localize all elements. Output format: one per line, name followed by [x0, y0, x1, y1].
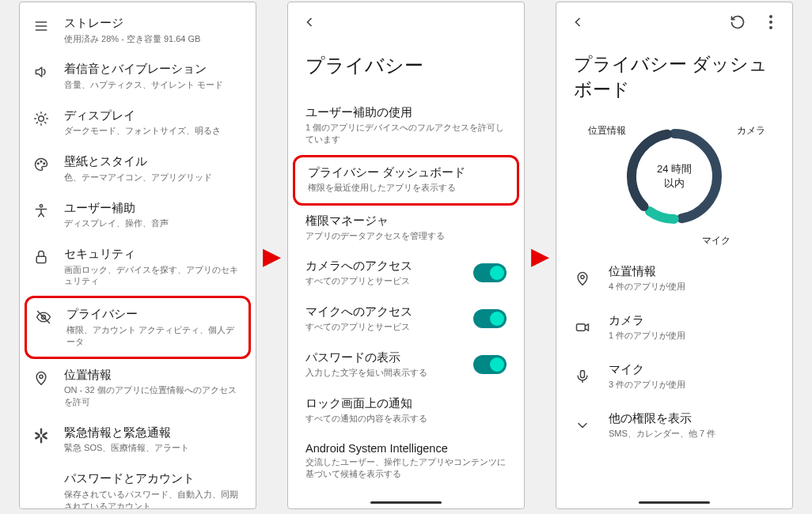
- svg-point-12: [769, 21, 772, 24]
- dashboard-item-sub: 4 件のアプリが使用: [609, 281, 775, 293]
- svg-rect-8: [36, 256, 46, 263]
- privacy-item-title: マイクへのアクセス: [305, 304, 464, 319]
- privacy-item-sub: 交流したユーザー、操作したアプリやコンテンツに基づいて候補を表示する: [305, 456, 507, 480]
- svg-point-4: [37, 163, 39, 164]
- privacy-item[interactable]: ユーザー補助の使用 1 個のアプリにデバイスへのフルアクセスを許可しています: [288, 97, 524, 155]
- volume-icon: [32, 63, 50, 81]
- privacy-item[interactable]: Android System Intelligence 交流したユーザー、操作し…: [288, 434, 524, 489]
- dashboard-item-title: 位置情報: [609, 264, 775, 279]
- page-title: プライバシー: [288, 37, 524, 97]
- display-icon: [32, 110, 50, 127]
- dashboard-list: 位置情報 4 件のアプリが使用 カメラ 1 件のアプリが使用 マイク 3 件のア…: [556, 249, 792, 450]
- privacy-item[interactable]: カメラへのアクセス すべてのアプリとサービス: [288, 251, 524, 297]
- svg-point-13: [769, 26, 772, 29]
- emergency-icon: [32, 427, 50, 444]
- location-icon: [32, 369, 50, 387]
- privacy-item-title: パスワードの表示: [305, 350, 464, 365]
- privacy-item-sub: 権限を最近使用したアプリを表示する: [308, 182, 504, 194]
- location-icon: [574, 270, 591, 287]
- privacy-item-sub: アプリのデータアクセスを管理する: [305, 230, 507, 242]
- back-icon[interactable]: [569, 13, 586, 31]
- settings-item-display[interactable]: ディスプレイ ダークモード、フォントサイズ、明るさ: [20, 100, 256, 146]
- donut-label-camera: カメラ: [737, 124, 765, 138]
- privacy-item[interactable]: マイクへのアクセス すべてのアプリとサービス: [288, 297, 524, 342]
- settings-item-sub: 権限、アカウント アクティビティ、個人データ: [66, 324, 236, 348]
- svg-rect-19: [581, 371, 585, 378]
- dashboard-item-title: 他の権限を表示: [609, 411, 775, 426]
- settings-item-title: パスワードとアカウント: [64, 471, 243, 487]
- privacy-item-title: ユーザー補助の使用: [305, 105, 507, 120]
- settings-item-location[interactable]: 位置情報 ON - 32 個のアプリに位置情報へのアクセスを許可: [20, 359, 256, 417]
- lock-icon: [32, 248, 50, 266]
- settings-item-sub: 画面ロック、デバイスを探す、アプリのセキュリティ: [64, 264, 243, 288]
- settings-item-lock[interactable]: セキュリティ 画面ロック、デバイスを探す、アプリのセキュリティ: [20, 238, 256, 296]
- usage-donut-chart: 位置情報 カメラ 24 時間 以内 マイク: [556, 110, 792, 249]
- back-icon[interactable]: [301, 13, 318, 31]
- toggle-switch[interactable]: [473, 355, 507, 374]
- settings-item-palette[interactable]: 壁紙とスタイル 色、テーマアイコン、アプリグリッド: [20, 146, 256, 191]
- svg-point-6: [44, 163, 45, 164]
- settings-item-sub: ON - 32 個のアプリに位置情報へのアクセスを許可: [64, 384, 243, 408]
- settings-item-title: ストレージ: [64, 16, 243, 32]
- dashboard-item-sub: 1 件のアプリが使用: [609, 330, 775, 342]
- svg-point-11: [769, 15, 772, 18]
- settings-item-sub: 保存されているパスワード、自動入力、同期されているアカウント: [64, 489, 243, 509]
- settings-item-sub: ディスプレイ、操作、音声: [64, 217, 243, 229]
- privacy-item[interactable]: ロック画面上の通知 すべての通知の内容を表示する: [288, 388, 524, 434]
- privacy-list: ユーザー補助の使用 1 個のアプリにデバイスへのフルアクセスを許可しています プ…: [288, 97, 524, 489]
- dashboard-item-sub: SMS、カレンダー、他 7 件: [609, 428, 775, 440]
- dashboard-item-mic[interactable]: マイク 3 件のアプリが使用: [556, 352, 792, 401]
- app-bar: [288, 2, 524, 37]
- privacy-item-sub: すべての通知の内容を表示する: [305, 413, 507, 425]
- palette-icon: [32, 156, 50, 173]
- flow-arrow-icon: ▶: [531, 242, 549, 270]
- privacy-item-title: ロック画面上の通知: [305, 396, 507, 411]
- mic-icon: [574, 368, 591, 385]
- toggle-switch[interactable]: [473, 309, 507, 328]
- dashboard-item-title: マイク: [609, 362, 775, 377]
- blank-icon: [32, 473, 50, 490]
- camera-icon: [574, 319, 591, 336]
- privacy-item-sub: すべてのアプリとサービス: [305, 321, 464, 333]
- app-bar: [556, 2, 792, 37]
- privacy-item[interactable]: パスワードの表示 入力した文字を短い間表示する: [288, 342, 524, 388]
- settings-item-sub: 色、テーマアイコン、アプリグリッド: [64, 172, 243, 183]
- privacy-item-title: プライバシー ダッシュボード: [308, 165, 504, 180]
- privacy-item-sub: すべてのアプリとサービス: [305, 275, 464, 287]
- storage-icon: [32, 17, 50, 35]
- donut-label-mic: マイク: [702, 234, 730, 248]
- dashboard-item-camera[interactable]: カメラ 1 件のアプリが使用: [556, 303, 792, 352]
- refresh-icon[interactable]: [729, 13, 746, 31]
- more-icon[interactable]: [762, 13, 780, 31]
- settings-item-accessibility[interactable]: ユーザー補助 ディスプレイ、操作、音声: [20, 192, 256, 238]
- expand-icon: [574, 417, 591, 434]
- settings-item-title: 壁紙とスタイル: [64, 154, 243, 170]
- home-indicator[interactable]: [370, 501, 442, 504]
- dashboard-item-location[interactable]: 位置情報 4 件のアプリが使用: [556, 254, 792, 303]
- settings-item-storage[interactable]: ストレージ 使用済み 28% - 空き容量 91.64 GB: [20, 7, 256, 53]
- settings-item-volume[interactable]: 着信音とバイブレーション 音量、ハプティクス、サイレント モード: [20, 53, 256, 99]
- dashboard-item-expand[interactable]: 他の権限を表示 SMS、カレンダー、他 7 件: [556, 401, 792, 450]
- donut-center-line1: 24 時間: [657, 162, 692, 176]
- settings-list: ストレージ 使用済み 28% - 空き容量 91.64 GB 着信音とバイブレー…: [20, 2, 256, 509]
- settings-item-title: ディスプレイ: [64, 108, 243, 124]
- accessibility-icon: [32, 202, 50, 220]
- home-indicator[interactable]: [639, 501, 710, 504]
- settings-item-blank[interactable]: パスワードとアカウント 保存されているパスワード、自動入力、同期されているアカウ…: [20, 463, 256, 509]
- settings-item-title: プライバシー: [66, 307, 236, 323]
- settings-item-sub: 音量、ハプティクス、サイレント モード: [64, 79, 243, 91]
- dashboard-item-title: カメラ: [609, 313, 775, 328]
- settings-item-emergency[interactable]: 緊急情報と緊急通報 緊急 SOS、医療情報、アラート: [20, 417, 256, 463]
- privacy-item[interactable]: 権限マネージャ アプリのデータアクセスを管理する: [288, 206, 524, 251]
- privacy-icon: [35, 308, 52, 326]
- settings-item-privacy[interactable]: プライバシー 権限、アカウント アクティビティ、個人データ: [27, 298, 249, 356]
- settings-screen: ストレージ 使用済み 28% - 空き容量 91.64 GB 着信音とバイブレー…: [19, 2, 256, 509]
- svg-rect-18: [577, 324, 586, 331]
- svg-point-10: [40, 375, 43, 378]
- toggle-switch[interactable]: [473, 263, 507, 282]
- privacy-item-title: 権限マネージャ: [305, 214, 507, 229]
- settings-item-sub: ダークモード、フォントサイズ、明るさ: [64, 125, 243, 137]
- privacy-item-sub: 入力した文字を短い間表示する: [305, 367, 464, 379]
- settings-item-title: ユーザー補助: [64, 201, 243, 217]
- privacy-item[interactable]: プライバシー ダッシュボード 権限を最近使用したアプリを表示する: [295, 157, 517, 203]
